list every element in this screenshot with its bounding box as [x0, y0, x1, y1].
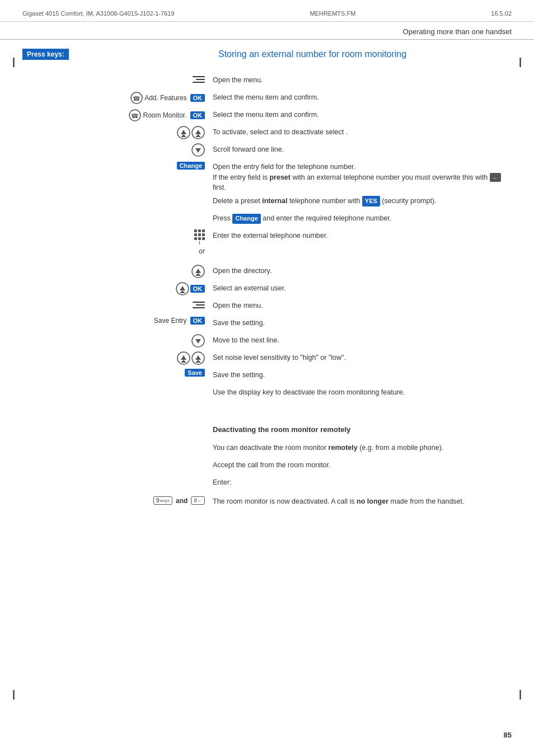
row-save: Save Save the setting. [22, 369, 512, 383]
key-keypad [22, 229, 213, 245]
margin-mark-top-left: | [12, 56, 15, 68]
row-save-entry: Save Entry OK Save the setting. [22, 317, 512, 331]
page-title: Operating more than one handset [403, 27, 512, 36]
back-arrow-icon-1: ← [490, 173, 501, 182]
ok-btn-1: OK [190, 94, 205, 102]
row-or: or [22, 247, 512, 262]
nav-up-icon-4 [191, 351, 205, 365]
menu-line-4 [193, 302, 205, 303]
desc-activate: To activate, select and to deactivate se… [213, 126, 512, 137]
svg-marker-5 [181, 130, 186, 134]
key-menu-2 [22, 299, 213, 311]
svg-marker-19 [195, 339, 201, 344]
key-group-nav-ok: OK [176, 282, 205, 295]
nav-up-icon-3 [177, 351, 190, 365]
kd-1 [194, 229, 197, 232]
svg-marker-9 [195, 134, 201, 137]
desc-open-menu-2: Open the menu. [213, 299, 512, 311]
desc-room-monitor: Select the menu item and confirm. [213, 109, 512, 120]
nav-circle-icon-2 [191, 334, 205, 348]
svg-text:☎: ☎ [131, 112, 139, 119]
key-nav-dir [22, 265, 213, 278]
svg-text:☎: ☎ [133, 95, 140, 101]
svg-marker-24 [195, 355, 201, 360]
row-room-monitor: ☎ Room Monitor. OK Select the menu item … [22, 109, 512, 123]
desc-add-features: Select the menu item and confirm. [213, 91, 512, 102]
kd-6 [202, 233, 205, 236]
desc-deact-title: Deactivating the room monitor remotely [213, 414, 512, 439]
desc-deact-4: The room monitor is now deactivated. A c… [213, 495, 512, 506]
desc-select-user: Select an external user. [213, 282, 512, 293]
key-group-save-entry: Save Entry OK [154, 317, 205, 325]
row-keypad: Enter the external telephone number. [22, 229, 512, 245]
menu-line-1 [193, 76, 205, 77]
key-group-9-hash: 9 wxyz and # ← [153, 496, 205, 505]
key-wxyz-text: wxyz [160, 498, 170, 503]
desc-noise: Set noise level sensitivity to "high" or… [213, 351, 512, 363]
ok-btn-3: OK [190, 285, 205, 293]
margin-mark-top-right: | [519, 56, 522, 68]
menu-line-3 [193, 82, 205, 83]
row-deact-2: Accept the call from the room monitor. [22, 459, 512, 473]
svg-marker-11 [195, 148, 201, 153]
nav-circle-ok-icon [176, 282, 189, 295]
change-btn: Change [177, 162, 205, 170]
row-press-change: Press Change and enter the required tele… [22, 212, 512, 227]
desc-open-menu-1: Open the menu. [213, 74, 512, 85]
desc-press-change: Press Change and enter the required tele… [213, 212, 512, 224]
desc-save-entry: Save the setting. [213, 317, 512, 328]
margin-mark-bottom-left: | [12, 688, 15, 700]
desc-scroll: Scroll forward one line. [213, 143, 512, 154]
section-heading: Storing an external number for room moni… [218, 49, 512, 60]
page-header: Gigaset 4015 Comfort, IM, A31008-G4015-J… [0, 0, 534, 22]
phone-icon-2: ☎ [128, 109, 142, 122]
svg-marker-17 [180, 290, 185, 293]
row-deact-title: Deactivating the room monitor remotely [22, 414, 512, 439]
svg-marker-21 [181, 355, 186, 360]
key-hash: # ← [191, 496, 205, 505]
page-title-bar: Operating more than one handset [0, 22, 534, 40]
row-deact-4: 9 wxyz and # ← The room monitor is now d… [22, 494, 512, 508]
header-right: 16.5.02 [491, 10, 512, 17]
svg-marker-16 [180, 286, 185, 290]
nav-noise-icons [177, 351, 205, 365]
svg-marker-14 [195, 273, 201, 276]
key-nav-double [22, 126, 213, 139]
kd-4 [194, 233, 197, 236]
key-menu-1 [22, 74, 213, 85]
desc-deact-3: Enter: [213, 476, 512, 487]
deactivating-title: Deactivating the room monitor remotely [213, 425, 512, 435]
menu-icon [189, 74, 205, 85]
row-change: Change Open the entry field for the tele… [22, 161, 512, 193]
desc-display-key: Use the display key to deactivate the ro… [213, 386, 512, 397]
room-monitor-label: Room Monitor. [143, 111, 186, 119]
kd-9 [202, 237, 205, 240]
row-open-menu-2: Open the menu. [22, 299, 512, 314]
or-text: or [199, 247, 205, 255]
row-select-user: OK Select an external user. [22, 282, 512, 297]
save-entry-label: Save Entry [154, 317, 187, 325]
row-move-next: Move to the next line. [22, 334, 512, 349]
key-9wxyz: 9 wxyz [153, 496, 172, 505]
page-number: 85 [504, 731, 512, 739]
desc-deact-2: Accept the call from the room monitor. [213, 459, 512, 470]
spacer-1 [22, 403, 512, 414]
key-nav-noise [22, 351, 213, 365]
add-features-label: Add. Features [144, 94, 186, 102]
desc-deact-1: You can deactivate the room monitor remo… [213, 442, 512, 453]
key-add-features: ☎ Add. Features OK [22, 91, 213, 105]
row-delete-internal: Delete a preset internal telephone numbe… [22, 195, 512, 209]
key-save-btn: Save [22, 369, 213, 377]
key-group-add-features: ☎ Add. Features OK [130, 91, 205, 105]
row-add-features: ☎ Add. Features OK Select the menu item … [22, 91, 512, 106]
margin-mark-bottom-right: | [519, 688, 522, 700]
row-scroll: Scroll forward one line. [22, 143, 512, 158]
key-9-hash: 9 wxyz and # ← [22, 496, 213, 505]
key-save-entry: Save Entry OK [22, 317, 213, 325]
hash-arrow: ← [197, 498, 202, 504]
row-deact-3: Enter: [22, 476, 512, 491]
desc-delete-internal: Delete a preset internal telephone numbe… [213, 195, 512, 206]
menu-icon-2 [189, 299, 205, 311]
key-room-monitor: ☎ Room Monitor. OK [22, 109, 213, 122]
ok-btn-2: OK [190, 111, 205, 119]
